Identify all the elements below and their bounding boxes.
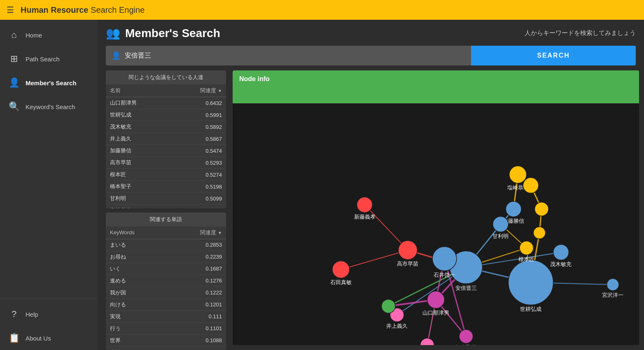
table-row[interactable]: 加藤勝信0.5474 bbox=[106, 145, 226, 157]
node-info-bar: Node info bbox=[233, 70, 639, 103]
sidebar: ⌂ Home ⊞ Path Search 👤 Member's Search 🔍… bbox=[0, 20, 98, 350]
svg-point-51 bbox=[332, 261, 350, 278]
page-subtitle: 人からキーワードを検索してみましょう bbox=[525, 29, 636, 37]
sidebar-label-path-search: Path Search bbox=[26, 56, 60, 63]
header: ☰ Human Resource Search Engine bbox=[0, 0, 644, 20]
svg-text:甘利明: 甘利明 bbox=[492, 233, 509, 239]
table-row[interactable]: 茂木敏充0.5892 bbox=[106, 121, 226, 133]
keyword-name: 進める bbox=[106, 275, 169, 287]
relevance-value: 0.5991 bbox=[170, 109, 226, 121]
table-row[interactable]: 世界0.1088 bbox=[106, 334, 226, 346]
table-row[interactable]: いく0.1687 bbox=[106, 263, 226, 275]
person-name: 高市早苗 bbox=[106, 157, 170, 169]
svg-point-62 bbox=[533, 227, 545, 239]
table-row[interactable]: 我が国0.1222 bbox=[106, 287, 226, 299]
table-row[interactable]: 橋本聖子0.5198 bbox=[106, 181, 226, 193]
col-relevance[interactable]: 関連度▼ bbox=[170, 84, 226, 97]
sort-arrow-relevance2: ▼ bbox=[218, 231, 222, 235]
relevance-value: 0.5274 bbox=[170, 169, 226, 181]
table-row[interactable]: 井上義久0.5867 bbox=[106, 133, 226, 145]
table-row[interactable]: 山口那津男0.6432 bbox=[106, 97, 226, 109]
relevance-value: 0.1085 bbox=[169, 346, 226, 350]
layout: ⌂ Home ⊞ Path Search 👤 Member's Search 🔍… bbox=[0, 20, 644, 350]
table-row[interactable]: 向ける0.1201 bbox=[106, 299, 226, 310]
graph-container: 安倍晋三山口那津男世耕弘成茂木敏充井上義久加藤勝信高市早苗根本匠橋本聖子甘利明塩… bbox=[233, 103, 639, 345]
col-name[interactable]: 名前 bbox=[106, 84, 170, 97]
sidebar-item-path-search[interactable]: ⊞ Path Search bbox=[0, 47, 98, 71]
svg-text:茂木敏充: 茂木敏充 bbox=[550, 261, 572, 267]
home-icon: ⌂ bbox=[8, 30, 20, 40]
relevance-value: 0.5099 bbox=[170, 193, 226, 205]
search-input-wrapper: 👤 bbox=[106, 46, 471, 65]
table-row[interactable]: 進める0.1276 bbox=[106, 275, 226, 287]
menu-icon[interactable]: ☰ bbox=[7, 5, 14, 15]
keyword-name: 支援 bbox=[106, 346, 169, 350]
sidebar-label-keywords-search: Keyword's Search bbox=[26, 103, 75, 110]
sort-arrow-relevance: ▼ bbox=[218, 89, 222, 93]
table-row[interactable]: まいる0.2853 bbox=[106, 239, 226, 251]
relevance-value: 0.1088 bbox=[169, 334, 226, 346]
keyword-name: 世界 bbox=[106, 334, 169, 346]
search-button[interactable]: SEARCH bbox=[471, 46, 636, 65]
relevance-value: 0.5198 bbox=[170, 181, 226, 193]
sidebar-item-members-search[interactable]: 👤 Member's Search bbox=[0, 71, 98, 95]
relevance-value: 0.111 bbox=[169, 310, 226, 322]
relevance-value: 0.5474 bbox=[170, 145, 226, 157]
table-row[interactable]: 塩崎恭久0.4964 bbox=[106, 205, 226, 208]
similar-meetings-data-table: 名前 関連度▼ 山口那津男0.6432世耕弘成0.5991茂木敏充0.5892井… bbox=[106, 84, 226, 208]
table-row[interactable]: 甘利明0.5099 bbox=[106, 193, 226, 205]
person-name: 茂木敏充 bbox=[106, 121, 170, 133]
col-relevance2[interactable]: 関連度▼ bbox=[169, 226, 226, 239]
node-info-label: Node info bbox=[239, 75, 270, 83]
relevance-value: 0.6432 bbox=[170, 97, 226, 109]
search-input[interactable] bbox=[125, 52, 465, 59]
sidebar-label-members-search: Member's Search bbox=[26, 79, 77, 86]
keyword-name: 向ける bbox=[106, 299, 169, 310]
help-icon: ? bbox=[8, 309, 20, 320]
relevance-value: 0.5293 bbox=[170, 157, 226, 169]
relevance-value: 0.2239 bbox=[169, 251, 226, 263]
svg-text:橋本聖子: 橋本聖子 bbox=[455, 345, 477, 345]
user-icon: 👤 bbox=[112, 51, 121, 60]
svg-text:根本匠: 根本匠 bbox=[518, 257, 534, 262]
keywords-table-header: 関連する単語 bbox=[106, 212, 226, 226]
right-panel: Node info 安倍晋三山口那津男世耕弘成茂木敏充井上義久加藤勝信高市早苗根… bbox=[229, 70, 644, 350]
table-row[interactable]: 実現0.111 bbox=[106, 310, 226, 322]
keyword-name: 実現 bbox=[106, 310, 169, 322]
person-name: 加藤勝信 bbox=[106, 145, 170, 157]
svg-text:世耕弘成: 世耕弘成 bbox=[520, 306, 541, 312]
svg-text:新藤義孝: 新藤義孝 bbox=[354, 214, 376, 220]
sidebar-item-help[interactable]: ? Help bbox=[0, 302, 98, 326]
table-row[interactable]: 行う0.1101 bbox=[106, 322, 226, 334]
relevance-value: 0.5867 bbox=[170, 133, 226, 145]
path-search-icon: ⊞ bbox=[8, 54, 20, 64]
table-row[interactable]: お尋ね0.2239 bbox=[106, 251, 226, 263]
sidebar-label-about-us: About Us bbox=[26, 335, 51, 342]
table-row[interactable]: 根本匠0.5274 bbox=[106, 169, 226, 181]
svg-text:高市早苗: 高市早苗 bbox=[397, 261, 418, 267]
svg-text:石井啓一: 石井啓一 bbox=[434, 272, 455, 278]
table-row[interactable]: 高市早苗0.5293 bbox=[106, 157, 226, 169]
svg-point-29 bbox=[427, 291, 445, 308]
page-title: Member's Search bbox=[125, 27, 220, 40]
sidebar-item-keywords-search[interactable]: 🔍 Keyword's Search bbox=[0, 95, 98, 119]
svg-point-55 bbox=[607, 279, 619, 291]
sidebar-item-home[interactable]: ⌂ Home bbox=[0, 23, 98, 47]
col-keywords[interactable]: KeyWords bbox=[106, 226, 169, 239]
keywords-search-icon: 🔍 bbox=[8, 101, 20, 112]
similar-meetings-tbody: 山口那津男0.6432世耕弘成0.5991茂木敏充0.5892井上義久0.586… bbox=[106, 97, 226, 208]
table-row[interactable]: 世耕弘成0.5991 bbox=[106, 109, 226, 121]
table-row[interactable]: 支援0.1085 bbox=[106, 346, 226, 350]
keywords-table: 関連する単語 KeyWords 関連度▼ まいる0.2853お尋ね0.2239い… bbox=[106, 212, 226, 350]
person-name: 根本匠 bbox=[106, 169, 170, 181]
page-header: 👥 Member's Search 人からキーワードを検索してみましょう bbox=[106, 26, 636, 40]
relevance-value: 0.4964 bbox=[170, 205, 226, 208]
svg-text:山口那津男: 山口那津男 bbox=[422, 310, 449, 316]
svg-text:宮沢洋一: 宮沢洋一 bbox=[602, 292, 623, 298]
svg-point-47 bbox=[509, 166, 527, 183]
keywords-tbody: まいる0.2853お尋ね0.2239いく0.1687進める0.1276我が国0.… bbox=[106, 239, 226, 350]
relevance-value: 0.2853 bbox=[169, 239, 226, 251]
sidebar-item-about-us[interactable]: 📋 About Us bbox=[0, 326, 98, 350]
svg-text:安倍晋三: 安倍晋三 bbox=[455, 285, 477, 291]
relevance-value: 0.1201 bbox=[169, 299, 226, 310]
